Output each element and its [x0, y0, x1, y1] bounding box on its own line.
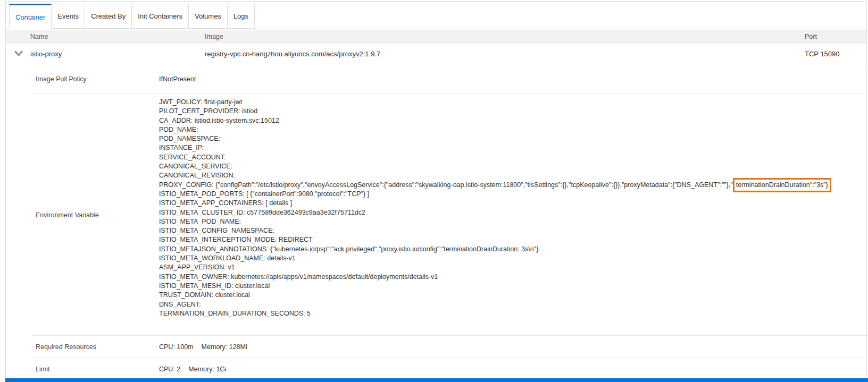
env-var-line: ISTIO_META_CLUSTER_ID: c577589dde362493c… [159, 208, 866, 217]
env-var-line: ISTIO_META_WORKLOAD_NAME: details-v1 [159, 254, 866, 263]
column-header-name: Name [30, 33, 48, 40]
limit-label: Limit [36, 366, 49, 373]
env-var-line: DNS_AGENT: [159, 300, 866, 309]
container-details-panel: ContainerEventsCreated ByInit Containers… [5, 1, 867, 382]
env-var-line: ASM_APP_VERSION: v1 [159, 263, 866, 272]
table-header: Name Image Port [6, 30, 866, 44]
env-var-line: TERMINATION_DRAIN_DURATION_SECONDS: 5 [159, 309, 866, 318]
chevron-down-icon[interactable] [14, 50, 23, 57]
column-header-image: Image [205, 33, 223, 40]
tab-created-by[interactable]: Created By [85, 4, 132, 29]
image-pull-policy-value: IfNotPresent [159, 75, 196, 83]
tab-logs[interactable]: Logs [227, 4, 255, 29]
env-var-line: ISTIO_META_APP_CONTAINERS: [ details ] [159, 199, 866, 208]
detail-row-required-resources: Required Resources CPU: 100mMemory: 128M… [6, 336, 866, 358]
env-var-line: POD_NAMESPACE: [159, 134, 866, 143]
tab-container[interactable]: Container [9, 4, 52, 29]
env-var-line: ISTIO_METAJSON_ANNOTATIONS: {"kubernetes… [159, 245, 866, 254]
required-resources-memory: Memory: 128Mi [202, 343, 247, 351]
table-row: istio-proxy registry-vpc.cn-hangzhou.ali… [6, 44, 866, 64]
termination-drain-duration-highlight: terminationDrainDuration":"3s"} [733, 178, 831, 192]
detail-row-image-pull-policy: Image Pull Policy IfNotPresent [6, 64, 866, 94]
container-image: registry-vpc.cn-hangzhou.aliyuncs.com/ac… [205, 50, 380, 58]
env-var-line: CANONICAL_SERVICE: [159, 162, 866, 171]
env-var-line: INSTANCE_IP: [159, 143, 866, 152]
tab-bar: ContainerEventsCreated ByInit Containers… [6, 4, 866, 29]
container-name: istio-proxy [30, 50, 62, 58]
required-resources-cpu: CPU: 100m [159, 343, 194, 351]
required-resources-label: Required Resources [36, 343, 96, 351]
required-resources-value: CPU: 100mMemory: 128Mi [159, 343, 247, 351]
environment-variable-list: JWT_POLICY: first-party-jwtPILOT_CERT_PR… [159, 98, 866, 318]
env-var-line: PROXY_CONFIG: {"configPath":"/etc/istio/… [159, 181, 866, 190]
container-port: TCP 15090 [805, 50, 840, 58]
detail-row-environment-variable: Environment Variable JWT_POLICY: first-p… [6, 94, 866, 336]
image-pull-policy-label: Image Pull Policy [36, 75, 87, 83]
env-var-line: SERVICE_ACCOUNT: [159, 153, 866, 162]
limit-cpu: CPU: 2 [159, 366, 180, 373]
tab-volumes[interactable]: Volumes [188, 4, 228, 29]
env-var-line: ISTIO_META_MESH_ID: cluster.local [159, 282, 866, 291]
column-header-port: Port [805, 33, 817, 40]
env-var-line: TRUST_DOMAIN: cluster.local [159, 291, 866, 300]
env-var-line: ISTIO_META_POD_NAME: [159, 217, 866, 226]
env-var-line: ISTIO_META_OWNER: kubernetes://apis/apps… [159, 273, 866, 282]
env-var-line: CA_ADDR: istiod.istio-system.svc:15012 [159, 116, 866, 125]
env-var-line: ISTIO_META_CONFIG_NAMESPACE: [159, 226, 866, 235]
env-var-line: ISTIO_META_INTERCEPTION_MODE: REDIRECT [159, 235, 866, 244]
tab-events[interactable]: Events [51, 4, 85, 29]
bottom-accent-bar [5, 378, 868, 382]
detail-row-limit: Limit CPU: 2Memory: 1Gi [6, 358, 866, 380]
env-var-line: PILOT_CERT_PROVIDER: istiod [159, 107, 866, 116]
environment-variable-label: Environment Variable [36, 211, 99, 219]
limit-value: CPU: 2Memory: 1Gi [159, 366, 227, 373]
env-var-line: POD_NAME: [159, 125, 866, 134]
tab-init-containers[interactable]: Init Containers [131, 4, 189, 29]
env-var-text: PROXY_CONFIG: {"configPath":"/etc/istio/… [159, 181, 733, 189]
limit-memory: Memory: 1Gi [188, 366, 227, 373]
env-var-line: JWT_POLICY: first-party-jwt [159, 98, 866, 107]
